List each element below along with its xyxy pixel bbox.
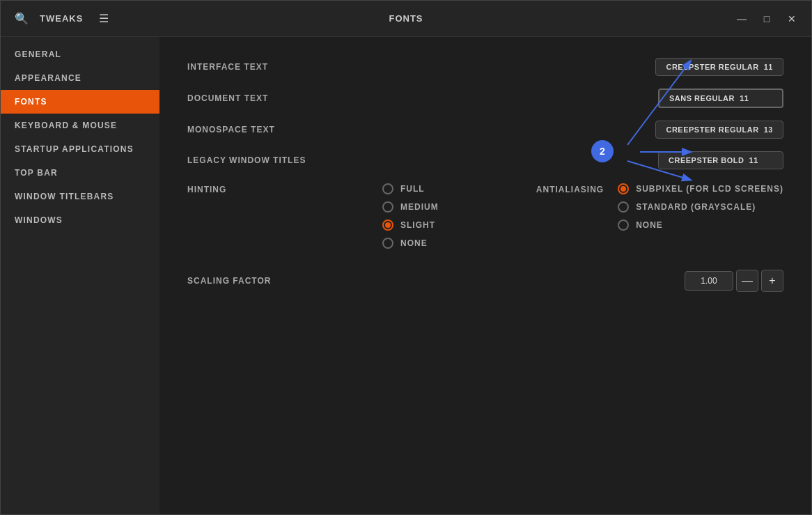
legacy-window-titles-row: Legacy Window Titles Creepster Bold 11: [187, 151, 783, 169]
antialiasing-standard-radio[interactable]: [618, 201, 629, 213]
scaling-plus-button[interactable]: +: [761, 270, 783, 292]
antialiasing-label: Antialiasing: [536, 183, 604, 194]
menu-icon: ☰: [99, 12, 109, 25]
hinting-medium-radio[interactable]: [382, 201, 393, 213]
maximize-icon: □: [764, 13, 770, 24]
antialiasing-subpixel-label: Subpixel (for LCD screens): [636, 184, 783, 194]
hinting-none-label: None: [400, 238, 428, 248]
search-button[interactable]: 🔍: [9, 6, 34, 31]
antialiasing-none-radio[interactable]: [618, 220, 629, 231]
sidebar-item-appearance[interactable]: Appearance: [1, 66, 159, 90]
antialiasing-group: Antialiasing Subpixel (for LCD screens) …: [536, 183, 783, 231]
app-window: 🔍 Tweaks ☰ Fonts — □ ✕ General: [0, 0, 812, 515]
hinting-full-label: Full: [400, 184, 425, 194]
scaling-minus-button[interactable]: —: [736, 270, 758, 292]
interface-text-row: Interface Text Creepster Regular 11: [187, 58, 783, 76]
hinting-medium-label: Medium: [400, 202, 439, 212]
interface-text-button[interactable]: Creepster Regular 11: [655, 58, 783, 76]
close-button[interactable]: ✕: [781, 8, 803, 30]
sidebar: General Appearance Fonts Keyboard & Mous…: [1, 37, 159, 514]
antialiasing-subpixel-radio[interactable]: [618, 183, 629, 194]
plus-icon: +: [769, 275, 775, 287]
monospace-text-button[interactable]: Creepster Regular 13: [655, 121, 783, 139]
search-icon: 🔍: [15, 12, 29, 25]
minimize-button[interactable]: —: [731, 8, 753, 30]
hinting-full[interactable]: Full: [382, 183, 439, 194]
hinting-slight-radio[interactable]: [382, 220, 393, 231]
scaling-value: 1.00: [685, 271, 733, 291]
antialiasing-subpixel[interactable]: Subpixel (for LCD screens): [618, 183, 783, 194]
window-title: Fonts: [389, 13, 423, 24]
hinting-group: Hinting Full Medium Slight: [187, 183, 439, 249]
menu-button[interactable]: ☰: [91, 6, 116, 31]
antialiasing-none-label: None: [636, 220, 663, 230]
hinting-label: Hinting: [187, 183, 382, 194]
scaling-label: Scaling Factor: [187, 276, 271, 286]
sidebar-item-windows[interactable]: Windows: [1, 208, 159, 232]
window-controls: — □ ✕: [731, 8, 803, 30]
hinting-radio-group: Full Medium Slight None: [382, 183, 439, 249]
monospace-text-row: Monospace Text Creepster Regular 13: [187, 121, 783, 139]
antialiasing-none[interactable]: None: [618, 220, 783, 231]
hinting-full-radio[interactable]: [382, 183, 393, 194]
antialiasing-standard-label: Standard (Grayscale): [636, 202, 756, 212]
document-text-button[interactable]: Sans Regular 11: [658, 89, 783, 108]
document-text-label: Document Text: [187, 93, 382, 103]
content-area: Interface Text Creepster Regular 11 Docu…: [159, 37, 811, 514]
hinting-slight[interactable]: Slight: [382, 220, 439, 231]
app-name: Tweaks: [40, 13, 83, 24]
main-content: General Appearance Fonts Keyboard & Mous…: [1, 37, 811, 514]
titlebar: 🔍 Tweaks ☰ Fonts — □ ✕: [1, 1, 811, 37]
minimize-icon: —: [737, 13, 747, 24]
hinting-medium[interactable]: Medium: [382, 201, 439, 213]
interface-text-label: Interface Text: [187, 62, 382, 72]
close-icon: ✕: [788, 13, 796, 24]
antialiasing-standard[interactable]: Standard (Grayscale): [618, 201, 783, 213]
hinting-none-radio[interactable]: [382, 238, 393, 249]
scaling-control: 1.00 — +: [685, 270, 783, 292]
hinting-antialiasing-section: Hinting Full Medium Slight: [187, 183, 783, 249]
legacy-window-titles-button[interactable]: Creepster Bold 11: [658, 151, 783, 169]
sidebar-item-top-bar[interactable]: Top Bar: [1, 161, 159, 185]
legacy-window-titles-label: Legacy Window Titles: [187, 155, 382, 165]
annotation-bubble-2: 2: [591, 140, 614, 162]
sidebar-item-general[interactable]: General: [1, 43, 159, 66]
sidebar-item-keyboard-mouse[interactable]: Keyboard & Mouse: [1, 114, 159, 137]
sidebar-item-fonts[interactable]: Fonts: [1, 90, 159, 114]
antialiasing-radio-group: Subpixel (for LCD screens) Standard (Gra…: [618, 183, 783, 231]
document-text-row: Document Text Sans Regular 11: [187, 89, 783, 108]
monospace-text-label: Monospace Text: [187, 125, 382, 134]
hinting-none[interactable]: None: [382, 238, 439, 249]
sidebar-item-window-titlebars[interactable]: Window Titlebars: [1, 185, 159, 208]
sidebar-item-startup-applications[interactable]: Startup Applications: [1, 137, 159, 161]
titlebar-left: 🔍 Tweaks ☰: [9, 6, 116, 31]
scaling-row: Scaling Factor 1.00 — +: [187, 270, 783, 292]
minus-icon: —: [742, 275, 753, 287]
hinting-slight-label: Slight: [400, 220, 435, 230]
maximize-button[interactable]: □: [756, 8, 778, 30]
